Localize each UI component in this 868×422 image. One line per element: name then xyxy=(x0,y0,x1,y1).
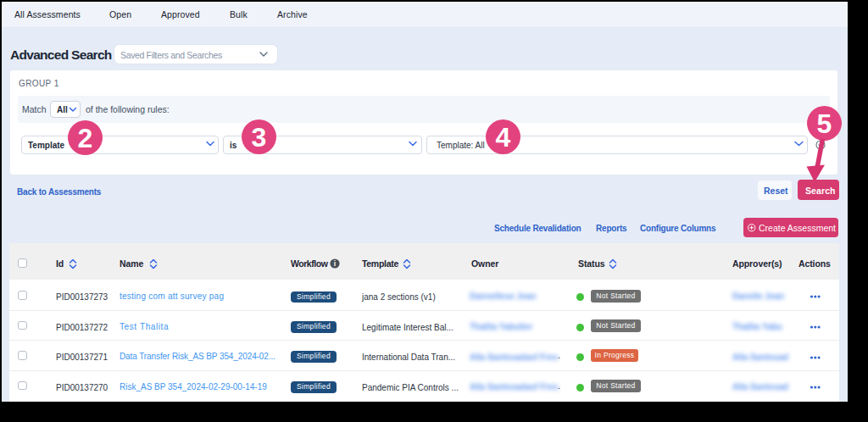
svg-text:i: i xyxy=(333,259,335,268)
